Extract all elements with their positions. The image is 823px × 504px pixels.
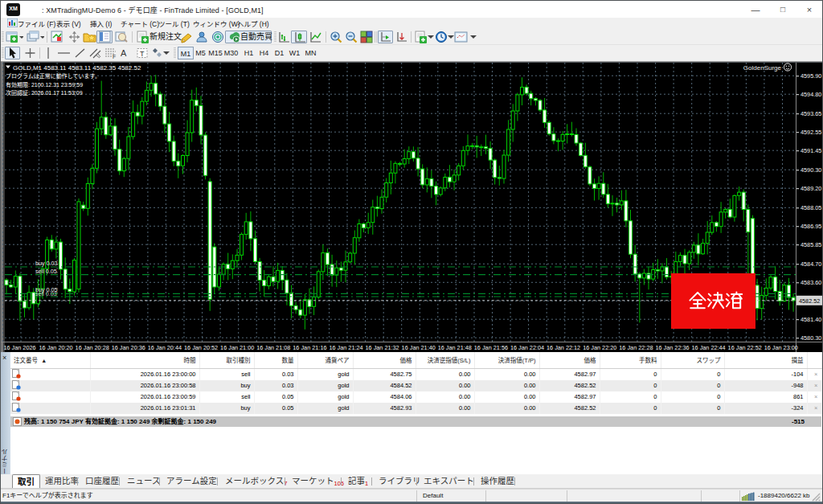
svg-text:sell 0.05: sell 0.05 xyxy=(35,268,57,275)
svg-text:4593.65: 4593.65 xyxy=(800,110,821,117)
svg-text:16 Jan 22:28: 16 Jan 22:28 xyxy=(619,344,653,351)
svg-text:4594.80: 4594.80 xyxy=(800,91,821,98)
svg-text:4582.52: 4582.52 xyxy=(799,297,820,305)
svg-text:16 Jan 21:40: 16 Jan 21:40 xyxy=(402,344,436,351)
svg-text:4584.70: 4584.70 xyxy=(800,260,821,268)
svg-text:16 Jan 21:32: 16 Jan 21:32 xyxy=(365,344,399,351)
svg-text:16 Jan 20:20: 16 Jan 20:20 xyxy=(39,344,72,351)
svg-text:16 Jan 20:36: 16 Jan 20:36 xyxy=(112,344,145,351)
svg-text:プログラムは正常に動作しています。: プログラムは正常に動作しています。 xyxy=(6,72,100,80)
svg-text:16 Jan 20:44: 16 Jan 20:44 xyxy=(148,344,182,351)
svg-text:16 Jan 22:52: 16 Jan 22:52 xyxy=(728,344,762,351)
svg-text:16 Jan 21:16: 16 Jan 21:16 xyxy=(293,344,326,351)
svg-text:buy 0.03: buy 0.03 xyxy=(35,260,58,267)
svg-text:4580.30: 4580.30 xyxy=(800,334,821,342)
svg-text:16 Jan 20:52: 16 Jan 20:52 xyxy=(184,344,218,351)
svg-text:4583.60: 4583.60 xyxy=(800,279,821,286)
svg-text:16 Jan 22:04: 16 Jan 22:04 xyxy=(510,344,544,351)
svg-text:16 Jan 22:12: 16 Jan 22:12 xyxy=(547,344,580,351)
svg-text:GoldenSurge: GoldenSurge xyxy=(743,64,782,72)
svg-text:16 Jan 20:28: 16 Jan 20:28 xyxy=(76,344,109,351)
svg-text:16 Jan 21:00: 16 Jan 21:00 xyxy=(220,344,254,351)
svg-text:16 Jan 22:44: 16 Jan 22:44 xyxy=(691,344,725,351)
svg-text:GOLD,M1 4583.11 4583.11 4582.: GOLD,M1 4583.11 4583.11 4582.35 4582.52 xyxy=(13,64,141,72)
svg-text:4581.40: 4581.40 xyxy=(800,316,821,323)
svg-text:16 Jan 2026: 16 Jan 2026 xyxy=(3,344,35,351)
svg-text:有効期限: 2100.12.31 23:59:59: 有効期限: 2100.12.31 23:59:59 xyxy=(6,81,83,88)
svg-text:4590.30: 4590.30 xyxy=(800,166,821,174)
svg-text:16 Jan 23:00: 16 Jan 23:00 xyxy=(764,344,798,351)
svg-text:16 Jan 21:24: 16 Jan 21:24 xyxy=(329,344,362,351)
svg-text:16 Jan 21:08: 16 Jan 21:08 xyxy=(256,344,290,351)
svg-text:16 Jan 22:36: 16 Jan 22:36 xyxy=(655,344,689,351)
svg-text:4591.45: 4591.45 xyxy=(800,147,821,154)
svg-text:4585.85: 4585.85 xyxy=(800,241,821,248)
svg-text:16 Jan 21:48: 16 Jan 21:48 xyxy=(438,344,472,351)
svg-text:4592.55: 4592.55 xyxy=(800,129,821,136)
svg-text:次回認証: 2026.01.17 11:53:09: 次回認証: 2026.01.17 11:53:09 xyxy=(6,89,83,96)
svg-text:F: F xyxy=(113,54,116,59)
svg-text:16 Jan 21:56: 16 Jan 21:56 xyxy=(474,344,508,351)
svg-text:16 Jan 22:20: 16 Jan 22:20 xyxy=(583,344,616,351)
svg-text:4589.20: 4589.20 xyxy=(800,185,821,192)
svg-text:sell 0.03: sell 0.03 xyxy=(35,290,57,297)
svg-text:T: T xyxy=(140,50,145,58)
svg-text:4588.05: 4588.05 xyxy=(800,204,821,211)
svg-text:4586.95: 4586.95 xyxy=(800,223,821,230)
svg-text:4595.90: 4595.90 xyxy=(800,72,821,80)
